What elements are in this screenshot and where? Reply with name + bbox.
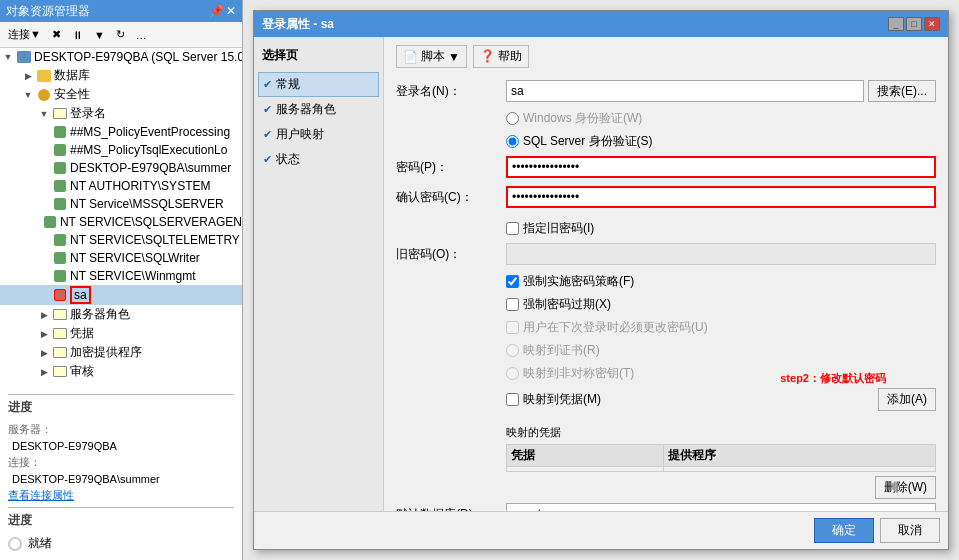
tree-item-login3[interactable]: DESKTOP-E979QBA\summer <box>0 159 242 177</box>
expander-credentials[interactable]: ▶ <box>36 326 52 342</box>
cred-cell1 <box>507 467 664 472</box>
windows-auth-radio[interactable] <box>506 112 519 125</box>
dialog-body: 选择页 ✔ 常规 ✔ 服务器角色 ✔ 用户映射 ✔ 状态 <box>254 37 948 511</box>
enforce-expiry-checkbox[interactable] <box>506 298 519 311</box>
main-area: 登录属性 - sa _ □ ✕ 选择页 ✔ 常规 ✔ 服务器角色 ✔ <box>243 0 959 560</box>
login-properties-dialog: 登录属性 - sa _ □ ✕ 选择页 ✔ 常规 ✔ 服务器角色 ✔ <box>253 10 949 550</box>
login7-icon <box>52 232 68 248</box>
view-properties-link[interactable]: 查看连接属性 <box>8 488 234 503</box>
nav-serverroles-label: 服务器角色 <box>276 101 336 118</box>
ok-button[interactable]: 确定 <box>814 518 874 543</box>
search-button[interactable]: 搜索(E)... <box>868 80 936 102</box>
cred-col-cred: 凭据 <box>507 445 664 467</box>
confirm-password-row: 确认密码(C)： <box>396 186 936 208</box>
expander-logins[interactable]: ▼ <box>36 106 52 122</box>
sql-auth-row: SQL Server 身份验证(S) <box>396 133 936 150</box>
enforce-expiry-row: 强制密码过期(X) <box>396 296 936 313</box>
script-button[interactable]: 📄 脚本 ▼ <box>396 45 467 68</box>
specify-old-pw-label: 指定旧密码(I) <box>523 220 594 237</box>
map-key-radio[interactable] <box>506 367 519 380</box>
password-control <box>506 156 936 178</box>
oe-titlebar: 对象资源管理器 📌 ✕ <box>0 0 242 22</box>
remove-mapping-button[interactable]: 删除(W) <box>875 476 936 499</box>
tree-item-serverroles[interactable]: ▶ 服务器角色 <box>0 305 242 324</box>
maximize-button[interactable]: □ <box>906 17 922 31</box>
nav-item-status[interactable]: ✔ 状态 <box>258 147 379 172</box>
password-label: 密码(P)： <box>396 159 506 176</box>
server-icon <box>16 49 32 65</box>
tree-item-login1[interactable]: ##MS_PolicyEventProcessing <box>0 123 242 141</box>
specify-old-pw-checkbox[interactable] <box>506 222 519 235</box>
close-button[interactable]: ✕ <box>924 17 940 31</box>
cryptoprov-label: 加密提供程序 <box>70 344 142 361</box>
object-explorer: 对象资源管理器 📌 ✕ 连接▼ ✖ ⏸ ▼ ↻ … ▼ DESKTOP-E979… <box>0 0 243 560</box>
oe-close-icon[interactable]: ✕ <box>226 4 236 18</box>
cancel-button[interactable]: 取消 <box>880 518 940 543</box>
password-input[interactable] <box>506 156 936 178</box>
enforce-policy-checkbox[interactable] <box>506 275 519 288</box>
tree-item-login2[interactable]: ##MS_PolicyTsqlExecutionLo <box>0 141 242 159</box>
tree-item-audit[interactable]: ▶ 审核 <box>0 362 242 381</box>
login-name-label: 登录名(N)： <box>396 83 506 100</box>
tree-item-server[interactable]: ▼ DESKTOP-E979QBA (SQL Server 15.0 <box>0 48 242 66</box>
nav-item-general[interactable]: ✔ 常规 <box>258 72 379 97</box>
credentials-label: 凭据 <box>70 325 94 342</box>
sql-auth-radio[interactable] <box>506 135 519 148</box>
tree-item-security[interactable]: ▼ 安全性 <box>0 85 242 104</box>
expander-server[interactable]: ▼ <box>0 49 16 65</box>
login-name-input[interactable] <box>506 80 864 102</box>
expander-audit[interactable]: ▶ <box>36 364 52 380</box>
tree-item-login7[interactable]: NT SERVICE\SQLTELEMETRY <box>0 231 242 249</box>
expander-cryptoprov[interactable]: ▶ <box>36 345 52 361</box>
tree-item-logins[interactable]: ▼ 登录名 <box>0 104 242 123</box>
login1-icon <box>52 124 68 140</box>
nav-item-serverroles[interactable]: ✔ 服务器角色 <box>258 97 379 122</box>
map-cert-radio[interactable] <box>506 344 519 357</box>
login5-icon <box>52 196 68 212</box>
expander-security[interactable]: ▼ <box>20 87 36 103</box>
progress-status-text: 就绪 <box>28 535 52 552</box>
disconnect-button[interactable]: ✖ <box>48 26 65 43</box>
expander-serverroles[interactable]: ▶ <box>36 307 52 323</box>
tree-item-databases[interactable]: ▶ 数据库 <box>0 66 242 85</box>
help-button[interactable]: ❓ 帮助 <box>473 45 529 68</box>
tree-item-credentials[interactable]: ▶ 凭据 <box>0 324 242 343</box>
progress-status: 就绪 <box>8 535 234 552</box>
serverroles-icon <box>52 307 68 323</box>
confirm-password-input[interactable] <box>506 186 936 208</box>
tree-item-login5[interactable]: NT Service\MSSQLSERVER <box>0 195 242 213</box>
map-cred-checkbox[interactable] <box>506 393 519 406</box>
sql-auth-label: SQL Server 身份验证(S) <box>523 133 653 150</box>
enforce-policy-label: 强制实施密码策略(F) <box>523 273 634 290</box>
tree-item-login-sa[interactable]: sa <box>0 285 242 305</box>
cryptoprov-icon <box>52 345 68 361</box>
map-key-label: 映射到非对称密钥(T) <box>523 365 634 382</box>
tree-item-login6[interactable]: NT SERVICE\SQLSERVERAGEN <box>0 213 242 231</box>
filter-button[interactable]: ▼ <box>90 27 109 43</box>
old-password-input[interactable] <box>506 243 936 265</box>
pause-button[interactable]: ⏸ <box>68 27 87 43</box>
must-change-checkbox[interactable] <box>506 321 519 334</box>
connect-button[interactable]: 连接▼ <box>4 25 45 44</box>
confirm-password-label: 确认密码(C)： <box>396 189 506 206</box>
tree-item-login4[interactable]: NT AUTHORITY\SYSTEM <box>0 177 242 195</box>
default-db-control: master <box>506 503 936 511</box>
minimize-button[interactable]: _ <box>888 17 904 31</box>
oe-pin-icon[interactable]: 📌 <box>209 4 224 18</box>
tree-item-login8[interactable]: NT SERVICE\SQLWriter <box>0 249 242 267</box>
dialog-title-buttons: _ □ ✕ <box>888 17 940 31</box>
options-button[interactable]: … <box>132 27 151 43</box>
tree-item-login9[interactable]: NT SERVICE\Winmgmt <box>0 267 242 285</box>
nav-item-usermapping[interactable]: ✔ 用户映射 <box>258 122 379 147</box>
login2-label: ##MS_PolicyTsqlExecutionLo <box>70 143 227 157</box>
add-mapping-button[interactable]: 添加(A) <box>878 388 936 411</box>
view-properties-text[interactable]: 查看连接属性 <box>8 488 234 503</box>
content-toolbar: 📄 脚本 ▼ ❓ 帮助 <box>396 45 936 68</box>
databases-label: 数据库 <box>54 67 90 84</box>
refresh-button[interactable]: ↻ <box>112 26 129 43</box>
expander-databases[interactable]: ▶ <box>20 68 36 84</box>
nav-title: 选择页 <box>258 45 379 66</box>
cred-col-provider: 提供程序 <box>664 445 936 467</box>
default-db-select[interactable]: master <box>506 503 936 511</box>
tree-item-cryptoprov[interactable]: ▶ 加密提供程序 <box>0 343 242 362</box>
